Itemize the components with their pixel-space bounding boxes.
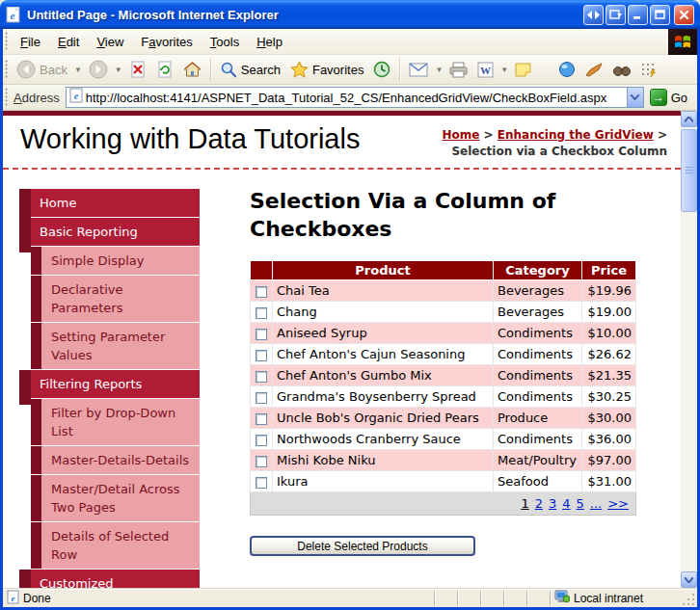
row-checkbox[interactable]: [256, 456, 267, 467]
row-checkbox[interactable]: [256, 371, 267, 383]
breadcrumb-link-section[interactable]: Enhancing the GridView: [498, 128, 654, 142]
pager-link[interactable]: 4: [562, 496, 570, 511]
sidebar-item[interactable]: Setting Parameter Values: [41, 323, 200, 369]
search-label: Search: [241, 63, 281, 77]
row-checkbox[interactable]: [256, 435, 267, 446]
checkbox-cell: [251, 386, 273, 408]
price-cell: $30.25: [582, 386, 636, 408]
chevron-down-icon: [631, 94, 639, 100]
favorites-star-icon: [290, 61, 309, 78]
detach-window-button[interactable]: [606, 5, 626, 25]
go-button[interactable]: → Go: [644, 87, 693, 108]
menu-item[interactable]: Tools: [202, 30, 248, 54]
row-checkbox[interactable]: [256, 350, 267, 361]
sidebar-item-label: Master/Detail Across Two Pages: [51, 482, 180, 515]
menu-item[interactable]: Edit: [49, 30, 88, 54]
toolbar-grip[interactable]: [5, 60, 9, 79]
forward-dropdown-arrow[interactable]: ▼: [113, 66, 124, 74]
sidebar-item[interactable]: Details of Selected Row: [41, 522, 200, 569]
category-cell: Beverages: [494, 280, 582, 302]
sidebar-item[interactable]: Simple Display: [41, 247, 200, 275]
sidebar-item[interactable]: Master/Detail Across Two Pages: [41, 475, 200, 521]
edit-with-word-button[interactable]: W: [472, 59, 498, 81]
messenger-sync-button[interactable]: [635, 59, 661, 81]
pager-link[interactable]: 3: [549, 496, 556, 511]
menu-item[interactable]: Help: [248, 30, 291, 54]
menu-item[interactable]: Favorites: [132, 30, 201, 54]
price-cell: $97.00: [582, 450, 636, 471]
sidebar-item[interactable]: Home: [31, 189, 200, 217]
research-button[interactable]: [608, 60, 635, 80]
row-checkbox[interactable]: [256, 392, 267, 404]
minimize-icon: [633, 11, 643, 19]
back-button[interactable]: Back: [12, 57, 72, 82]
row-checkbox[interactable]: [256, 477, 267, 489]
product-cell: Northwoods Cranberry Sauce: [273, 429, 494, 450]
checkbox-cell: [251, 344, 273, 365]
price-cell: $19.96: [582, 280, 636, 302]
pager-link[interactable]: 2: [535, 496, 543, 511]
sidebar-item[interactable]: Master-Details-Details: [41, 446, 200, 474]
breadcrumb-separator: >: [484, 128, 494, 142]
pager-cell: 12345...>>: [251, 492, 636, 516]
print-button[interactable]: [444, 59, 472, 81]
close-button[interactable]: [674, 5, 694, 25]
mail-button[interactable]: [404, 60, 433, 80]
scroll-down-button[interactable]: [681, 571, 697, 588]
discuss-button[interactable]: [510, 59, 536, 80]
scroll-down-arrow-icon: [685, 577, 693, 583]
minimize-button[interactable]: [628, 5, 648, 25]
product-cell: Aniseed Syrup: [273, 323, 494, 344]
paint-button[interactable]: [580, 60, 608, 80]
product-row: Chef Anton's Gumbo Mix Condiments $21.35: [251, 365, 636, 386]
security-zone-pane: Local intranet: [550, 591, 683, 606]
products-gridview: Product Category Price Chai Tea Beverage…: [250, 260, 636, 516]
address-dropdown-button[interactable]: [627, 88, 643, 107]
history-button[interactable]: [368, 58, 395, 81]
delete-selected-products-button[interactable]: Delete Selected Products: [250, 536, 475, 556]
addressbar-grip[interactable]: [5, 88, 9, 107]
svg-text:e: e: [12, 593, 15, 602]
back-dropdown-arrow[interactable]: ▼: [72, 66, 84, 74]
pager-link[interactable]: >>: [607, 496, 629, 511]
messenger-button[interactable]: [553, 58, 580, 81]
sidebar-item[interactable]: Basic Reporting: [31, 218, 200, 246]
browser-window: e Untitled Page - Microsoft Internet Exp…: [0, 0, 700, 610]
sidebar-item[interactable]: Customized Formatting: [31, 570, 200, 588]
stop-button[interactable]: [124, 58, 151, 81]
status-pane: [480, 591, 503, 606]
address-input[interactable]: http://localhost:4141/ASPNET_Data_Tutori…: [86, 91, 627, 105]
product-row: Ikura Seafood $31.00: [251, 471, 636, 492]
sidebar-item[interactable]: Filter by Drop-Down List: [41, 399, 200, 445]
row-checkbox[interactable]: [256, 307, 267, 319]
edit-dropdown-arrow[interactable]: ▼: [498, 66, 510, 74]
svg-text:W: W: [480, 65, 491, 76]
scroll-up-button[interactable]: [681, 111, 697, 127]
favorites-button[interactable]: Favorites: [285, 58, 368, 81]
search-button[interactable]: Search: [215, 58, 285, 81]
scrollbar-thumb[interactable]: [681, 129, 697, 212]
home-button[interactable]: [178, 58, 206, 81]
mail-icon: [409, 63, 428, 77]
row-checkbox[interactable]: [256, 329, 267, 340]
sidebar-item[interactable]: Filtering Reports: [31, 370, 200, 398]
pan-arrows-button[interactable]: [583, 5, 604, 25]
windows-flag-throbber: [668, 29, 697, 55]
menu-item[interactable]: File: [12, 30, 49, 54]
row-checkbox[interactable]: [256, 413, 267, 425]
price-cell: $10.00: [582, 323, 636, 344]
pager-link[interactable]: ...: [590, 496, 602, 511]
mail-dropdown-arrow[interactable]: ▼: [433, 66, 444, 74]
menu-item[interactable]: View: [88, 30, 132, 54]
forward-button[interactable]: [84, 57, 113, 82]
pager-link[interactable]: 5: [577, 496, 584, 511]
menubar-grip[interactable]: [5, 32, 9, 51]
refresh-button[interactable]: [151, 58, 178, 81]
main-content: Selection Via a Column of Checkboxes Pro…: [250, 170, 655, 556]
row-checkbox[interactable]: [256, 286, 267, 298]
breadcrumb-link-home[interactable]: Home: [442, 128, 479, 142]
resize-grip[interactable]: [683, 592, 697, 607]
maximize-button[interactable]: [650, 5, 670, 25]
vertical-scrollbar[interactable]: [681, 111, 697, 588]
sidebar-item[interactable]: Declarative Parameters: [41, 276, 200, 322]
